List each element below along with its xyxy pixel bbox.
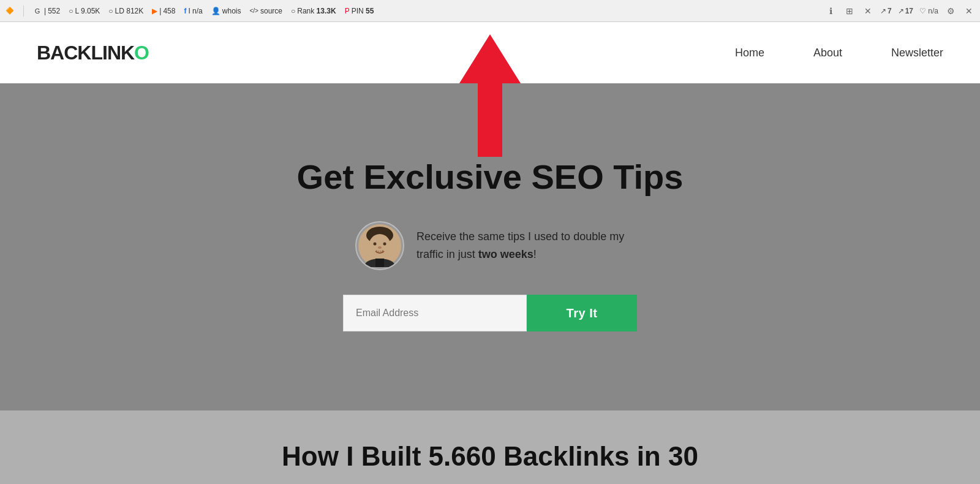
svg-point-6 [378,246,382,249]
svg-point-11 [380,251,381,252]
ld2-label: LD 812K [115,7,144,15]
email-input[interactable] [343,295,527,331]
toolbar-whois[interactable]: 👤 whois [211,7,241,15]
settings-icon[interactable]: ⚙ [944,5,957,17]
browser-toolbar: 🔶 G | 552 ○ L 9.05K ○ LD 812K ▶ | 458 f … [0,0,980,22]
nav-item-home[interactable]: Home [735,47,764,59]
pin-text: PIN 55 [352,7,374,15]
fb-label: I n/a [188,7,202,15]
avatar-image [358,224,401,267]
ld-label: L 9.05K [75,7,100,15]
nav-links: Home About Newsletter [735,47,943,59]
hero-text-bold: two weeks [478,248,533,260]
toolbar-icon-seo[interactable]: 🔶 [5,6,15,16]
email-form[interactable]: Try It [343,295,637,331]
rank-text: Rank 13.3K [297,7,336,15]
svg-point-15 [379,252,380,254]
block-icon[interactable]: ✕ [862,5,874,17]
bottom-title: How I Built 5.660 Backlinks in 30 [282,441,698,472]
rank-icon: ○ [291,7,295,15]
source-icon: </> [249,7,258,14]
grid-icon[interactable]: ⊞ [843,5,856,17]
info-icon[interactable]: ℹ [825,5,837,17]
nav-link-newsletter[interactable]: Newsletter [891,47,943,59]
ld-icon: ○ [69,7,73,15]
google-icon: G [32,6,42,16]
toolbar-i-count[interactable]: ▶ | 458 [152,7,175,15]
g-label: 552 [48,7,60,15]
toolbar-pin[interactable]: P PIN 55 [345,7,374,15]
i-label: 458 [163,7,175,15]
svg-point-5 [383,243,386,246]
toolbar-fb-count[interactable]: f I n/a [184,7,202,15]
svg-point-14 [377,252,378,253]
website-preview: BACKLINKO Home About Newsletter Get Excl… [0,22,980,484]
share-count-2[interactable]: ↗ 17 [898,7,913,15]
hero-title: Get Exclusive SEO Tips [297,157,684,197]
close-icon[interactable]: ✕ [963,5,975,17]
svg-point-10 [378,251,379,252]
toolbar-ld2-count[interactable]: ○ LD 812K [108,7,143,15]
avatar [355,221,404,270]
whois-label: whois [222,7,241,15]
svg-point-16 [380,252,382,254]
site-navigation: BACKLINKO Home About Newsletter [0,22,980,83]
svg-point-13 [382,250,383,251]
toolbar-ld-count[interactable]: ○ L 9.05K [69,7,100,15]
toolbar-rank[interactable]: ○ Rank 13.3K [291,7,336,15]
svg-point-9 [376,250,377,251]
ld2-icon: ○ [108,7,113,15]
site-logo[interactable]: BACKLINKO [37,42,149,64]
source-label: source [260,7,282,15]
hero-text: Receive the same tips I used to double m… [417,228,625,263]
fb-icon: f [184,7,186,15]
svg-rect-8 [375,259,384,267]
heart-count[interactable]: ♡ n/a [919,7,938,15]
bottom-section: How I Built 5.660 Backlinks in 30 [0,410,980,484]
nav-link-about[interactable]: About [813,47,842,59]
pinterest-icon: P [345,7,350,15]
try-it-button[interactable]: Try It [527,295,637,331]
nav-link-home[interactable]: Home [735,47,764,59]
i-icon: ▶ [152,7,157,15]
toolbar-g-count[interactable]: G | 552 [32,6,60,16]
toolbar-source[interactable]: </> source [249,7,282,15]
seo-tool-icon: 🔶 [5,6,15,16]
hero-section: Get Exclusive SEO Tips [0,83,980,331]
svg-point-4 [374,243,377,246]
share-count[interactable]: ↗ 7 [880,7,892,15]
hero-text-end: ! [533,248,537,260]
g-value: | [44,7,46,15]
svg-point-17 [382,252,383,253]
hero-description: Receive the same tips I used to double m… [355,221,625,270]
whois-icon: 👤 [211,7,221,15]
nav-item-newsletter[interactable]: Newsletter [891,47,943,59]
nav-item-about[interactable]: About [813,47,842,59]
i-sep: | [159,7,161,15]
toolbar-right-actions: ℹ ⊞ ✕ ↗ 7 ↗ 17 ♡ n/a ⚙ ✕ [825,5,975,17]
